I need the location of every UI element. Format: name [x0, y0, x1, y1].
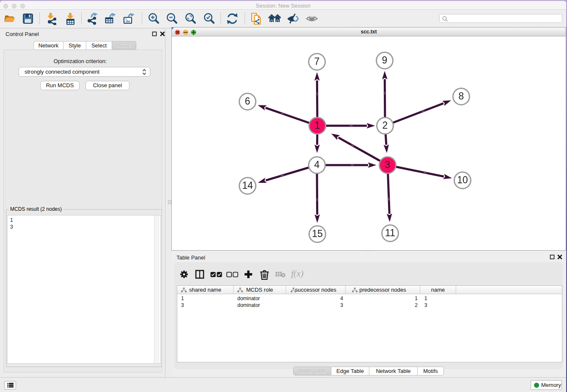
svg-text:3: 3	[385, 159, 391, 170]
svg-text:9: 9	[382, 55, 388, 66]
svg-text:14: 14	[242, 180, 253, 191]
svg-text:6: 6	[245, 96, 250, 107]
svg-text:4: 4	[314, 159, 320, 170]
svg-text:2: 2	[383, 120, 388, 131]
svg-text:8: 8	[459, 91, 464, 102]
svg-text:7: 7	[314, 56, 320, 67]
svg-text:11: 11	[385, 227, 395, 238]
svg-text:1: 1	[315, 120, 320, 131]
svg-text:10: 10	[457, 174, 468, 185]
svg-text:15: 15	[312, 228, 323, 239]
